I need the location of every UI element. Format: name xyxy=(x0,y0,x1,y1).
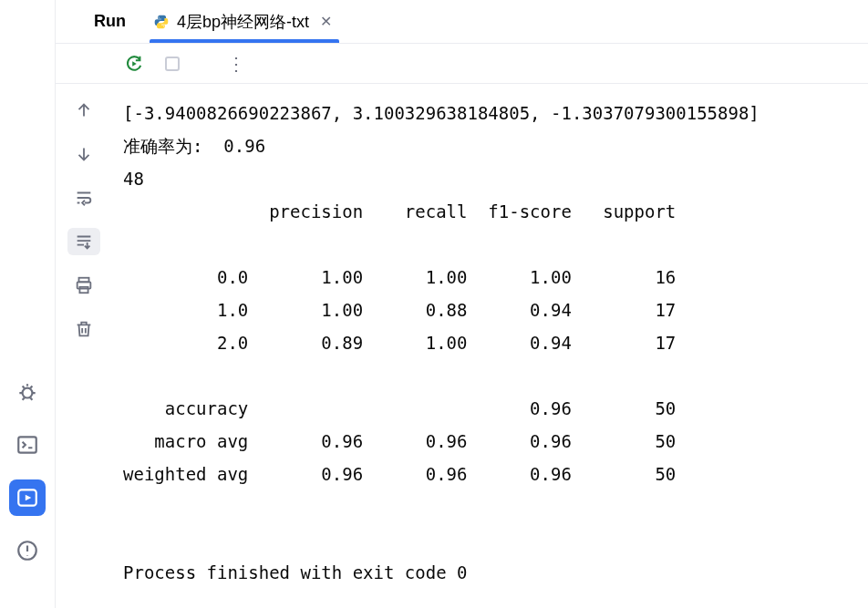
terminal-tool-button[interactable] xyxy=(9,427,46,463)
svg-rect-1 xyxy=(18,437,36,452)
run-body: [-3.9400826690223867, 3.100329638184805,… xyxy=(56,84,868,608)
scroll-up-button[interactable] xyxy=(67,97,100,124)
left-rail xyxy=(0,0,55,608)
console-output[interactable]: [-3.9400826690223867, 3.100329638184805,… xyxy=(112,84,868,608)
soft-wrap-button[interactable] xyxy=(67,184,100,211)
console-action-column xyxy=(56,84,112,608)
output-line: macro avg 0.96 0.96 0.96 50 xyxy=(123,431,676,451)
more-actions-button[interactable]: ⋮ xyxy=(227,55,245,73)
scroll-down-button[interactable] xyxy=(67,140,100,168)
rerun-button[interactable] xyxy=(123,53,145,75)
output-line: 48 xyxy=(123,169,144,189)
debug-tool-button[interactable] xyxy=(9,374,46,410)
ide-root: Run 4层bp神经网络-txt ✕ xyxy=(0,0,868,608)
close-tab-icon[interactable]: ✕ xyxy=(316,13,336,30)
scroll-to-end-button[interactable] xyxy=(67,228,100,255)
output-line: weighted avg 0.96 0.96 0.96 50 xyxy=(123,464,676,484)
run-tabstrip: Run 4层bp神经网络-txt ✕ xyxy=(56,0,868,44)
output-line: 0.0 1.00 1.00 1.00 16 xyxy=(123,267,676,287)
run-tool-button[interactable] xyxy=(9,479,46,516)
output-line: [-3.9400826690223867, 3.100329638184805,… xyxy=(123,103,760,123)
python-file-icon xyxy=(153,14,170,30)
output-line: 准确率为: 0.96 xyxy=(123,136,265,156)
problems-tool-button[interactable] xyxy=(9,532,46,569)
svg-point-0 xyxy=(23,388,33,398)
output-line: accuracy 0.96 50 xyxy=(123,398,676,418)
output-line: precision recall f1-score support xyxy=(123,201,676,222)
run-tool-window: Run 4层bp神经网络-txt ✕ xyxy=(55,0,868,608)
clear-all-button[interactable] xyxy=(67,315,100,343)
output-line: Process finished with exit code 0 xyxy=(123,562,468,582)
run-tab-title: 4层bp神经网络-txt xyxy=(177,11,309,33)
stop-icon xyxy=(165,57,180,71)
stop-button[interactable] xyxy=(161,53,183,75)
output-line: 1.0 1.00 0.88 0.94 17 xyxy=(123,300,676,320)
output-line: 2.0 0.89 1.00 0.94 17 xyxy=(123,333,676,353)
run-toolbar: ⋮ xyxy=(56,44,868,84)
print-button[interactable] xyxy=(67,272,100,299)
run-tool-title: Run xyxy=(94,12,126,31)
run-tab[interactable]: 4层bp神经网络-txt ✕ xyxy=(153,0,336,43)
